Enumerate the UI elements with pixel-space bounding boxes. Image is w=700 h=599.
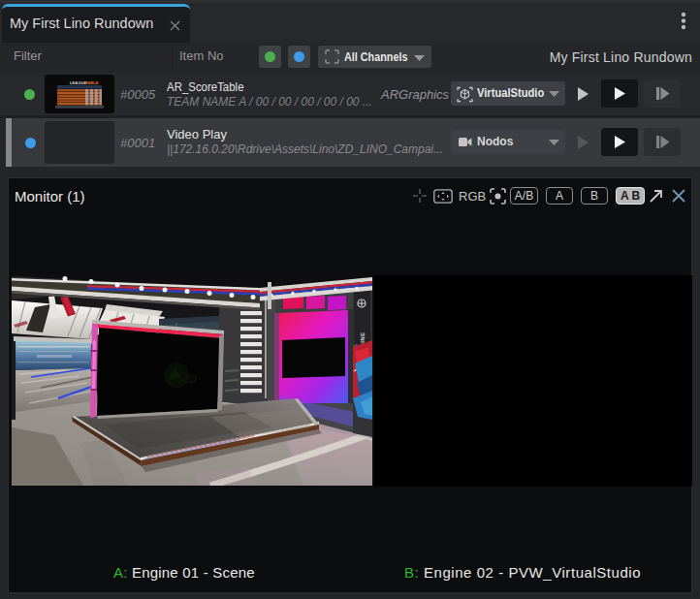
svg-text:LEAGUE: LEAGUE (70, 80, 87, 85)
svg-text:TABLE: TABLE (85, 80, 99, 85)
svg-text:ZD: ZD (184, 374, 197, 385)
